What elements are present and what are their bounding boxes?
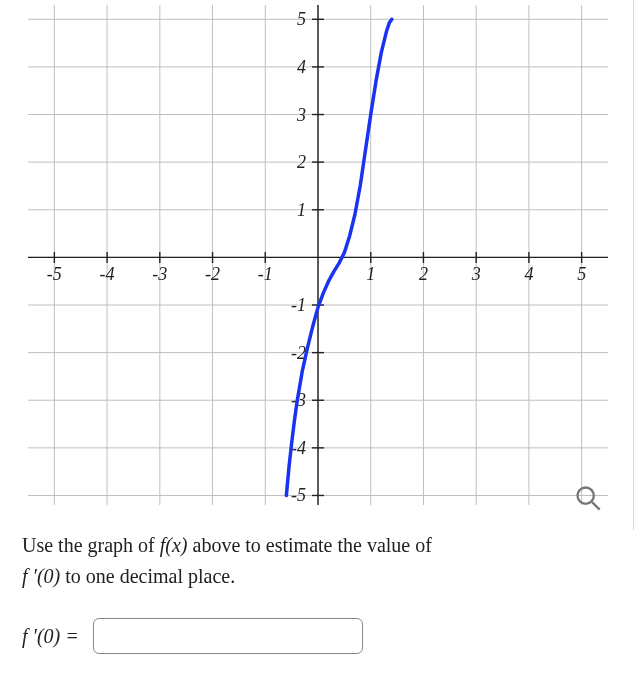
question-fx: f(x) bbox=[160, 534, 188, 556]
axes bbox=[28, 5, 608, 505]
xtick--1: -1 bbox=[258, 264, 273, 284]
xtick--3: -3 bbox=[152, 264, 167, 284]
answer-row: f ′(0) = bbox=[22, 618, 614, 654]
problem-container: -5 -4 -3 -2 -1 1 2 3 4 5 5 4 3 2 1 -1 -2… bbox=[0, 0, 644, 654]
xtick-2: 2 bbox=[419, 264, 428, 284]
right-divider bbox=[633, 0, 634, 530]
ytick-4: 4 bbox=[297, 57, 306, 77]
xtick--2: -2 bbox=[205, 264, 220, 284]
question-text: Use the graph of f(x) above to estimate … bbox=[22, 530, 614, 592]
svg-point-44 bbox=[578, 488, 594, 504]
ytick--5: -5 bbox=[291, 485, 306, 505]
svg-line-45 bbox=[592, 502, 600, 510]
answer-input[interactable] bbox=[93, 618, 363, 654]
xtick-5: 5 bbox=[577, 264, 586, 284]
answer-label: f ′(0) = bbox=[22, 625, 79, 648]
question-pre: Use the graph of bbox=[22, 534, 160, 556]
xtick-3: 3 bbox=[471, 264, 481, 284]
xtick--4: -4 bbox=[100, 264, 115, 284]
chart-area: -5 -4 -3 -2 -1 1 2 3 4 5 5 4 3 2 1 -1 -2… bbox=[18, 0, 618, 510]
ytick-5: 5 bbox=[297, 9, 306, 29]
function-plot: -5 -4 -3 -2 -1 1 2 3 4 5 5 4 3 2 1 -1 -2… bbox=[18, 0, 618, 510]
xtick-4: 4 bbox=[524, 264, 533, 284]
question-post: above to estimate the value of bbox=[193, 534, 432, 556]
question-post2: to one decimal place. bbox=[65, 565, 235, 587]
question-fprime: f ′(0) bbox=[22, 565, 60, 587]
ytick-3: 3 bbox=[296, 105, 306, 125]
ytick-2: 2 bbox=[297, 152, 306, 172]
ytick--1: -1 bbox=[291, 295, 306, 315]
ytick-1: 1 bbox=[297, 200, 306, 220]
magnify-icon[interactable] bbox=[574, 484, 602, 512]
xtick-1: 1 bbox=[366, 264, 375, 284]
xtick--5: -5 bbox=[47, 264, 62, 284]
